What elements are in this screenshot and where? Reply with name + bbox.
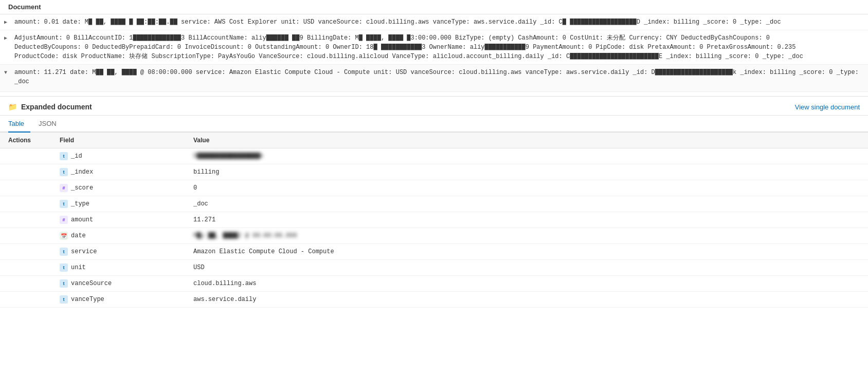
table-row: t_type_doc bbox=[0, 196, 868, 212]
table-row: 📅dateM█y ██, ████2 @ 08:00:00.000 bbox=[0, 228, 868, 244]
table-row: t_idD█████████████████k bbox=[0, 148, 868, 164]
table-row: tunitUSD bbox=[0, 260, 868, 276]
type-badge-3: t bbox=[60, 200, 68, 208]
field-name-9: vanceType bbox=[71, 296, 104, 303]
chevron-icon-1[interactable]: ▶ bbox=[4, 17, 14, 26]
table-header-row: Actions Field Value bbox=[0, 133, 868, 148]
field-name-1: _index bbox=[71, 168, 93, 176]
field-name-7: unit bbox=[71, 264, 86, 271]
value-cell-5: M█y ██, ████2 @ 08:00:00.000 bbox=[185, 228, 868, 244]
actions-cell-4 bbox=[0, 212, 51, 228]
value-cell-6: Amazon Elastic Compute Cloud - Compute bbox=[185, 244, 868, 260]
value-cell-3: _doc bbox=[185, 196, 868, 212]
value-cell-2: 0 bbox=[185, 180, 868, 196]
doc-content-1: amount: 0.01 date: M█ ██, ████ █ ██:██:█… bbox=[14, 17, 864, 27]
type-badge-1: t bbox=[60, 168, 68, 176]
type-badge-5: 📅 bbox=[60, 232, 68, 240]
document-header: Document bbox=[0, 0, 868, 14]
actions-cell-5 bbox=[0, 228, 51, 244]
actions-cell-3 bbox=[0, 196, 51, 212]
chevron-icon-3[interactable]: ▼ bbox=[4, 68, 14, 77]
tab-table[interactable]: Table bbox=[8, 116, 30, 133]
actions-cell-6 bbox=[0, 244, 51, 260]
col-header-value: Value bbox=[185, 133, 868, 148]
type-badge-0: t bbox=[60, 152, 68, 160]
actions-cell-1 bbox=[0, 164, 51, 180]
actions-cell-7 bbox=[0, 260, 51, 276]
value-cell-8: cloud.billing.aws bbox=[185, 276, 868, 292]
doc-row-2: ▶ AdjustAmount: 0 BillAccountID: 1██████… bbox=[0, 30, 868, 65]
field-cell-4: #amount bbox=[51, 212, 185, 228]
field-name-5: date bbox=[71, 232, 86, 239]
field-name-6: service bbox=[71, 248, 97, 255]
field-cell-2: #_score bbox=[51, 180, 185, 196]
tabs-bar: Table JSON bbox=[0, 116, 868, 133]
value-cell-1: billing bbox=[185, 164, 868, 180]
type-badge-9: t bbox=[60, 295, 68, 304]
table-row: tvanceTypeaws.service.daily bbox=[0, 292, 868, 308]
field-cell-5: 📅date bbox=[51, 228, 185, 244]
actions-cell-0 bbox=[0, 148, 51, 164]
tab-json[interactable]: JSON bbox=[39, 116, 63, 133]
field-name-4: amount bbox=[71, 216, 93, 223]
value-cell-9: aws.service.daily bbox=[185, 292, 868, 308]
table-row: tserviceAmazon Elastic Compute Cloud - C… bbox=[0, 244, 868, 260]
field-cell-7: tunit bbox=[51, 260, 185, 276]
expanded-document-table: Actions Field Value t_idD███████████████… bbox=[0, 133, 868, 308]
field-cell-8: tvanceSource bbox=[51, 276, 185, 292]
value-cell-0: D█████████████████k bbox=[185, 148, 868, 164]
doc-content-2: AdjustAmount: 0 BillAccountID: 1████████… bbox=[14, 33, 864, 61]
document-list-section: Document ▶ amount: 0.01 date: M█ ██, ███… bbox=[0, 0, 868, 97]
expanded-document-section: 📁 Expanded document View single document… bbox=[0, 97, 868, 308]
table-row: #_score0 bbox=[0, 180, 868, 196]
table-row: #amount11.271 bbox=[0, 212, 868, 228]
field-name-0: _id bbox=[71, 153, 82, 160]
field-cell-9: tvanceType bbox=[51, 292, 185, 308]
doc-row-3: ▼ amount: 11.271 date: M██ ██, ████ @ 08… bbox=[0, 65, 868, 92]
chevron-icon-2[interactable]: ▶ bbox=[4, 33, 14, 42]
type-badge-8: t bbox=[60, 279, 68, 288]
field-cell-0: t_id bbox=[51, 148, 185, 164]
doc-content-3: amount: 11.271 date: M██ ██, ████ @ 08:0… bbox=[14, 68, 864, 88]
actions-cell-9 bbox=[0, 292, 51, 308]
col-header-field: Field bbox=[51, 133, 185, 148]
field-name-3: _type bbox=[71, 200, 89, 208]
field-name-8: vanceSource bbox=[71, 280, 112, 287]
value-cell-7: USD bbox=[185, 260, 868, 276]
folder-icon: 📁 bbox=[8, 103, 17, 111]
type-badge-4: # bbox=[60, 216, 68, 224]
col-header-actions: Actions bbox=[0, 133, 51, 148]
view-single-document-link[interactable]: View single document bbox=[795, 103, 860, 111]
type-badge-2: # bbox=[60, 184, 68, 192]
expanded-document-header: 📁 Expanded document View single document bbox=[0, 97, 868, 116]
table-row: tvanceSourcecloud.billing.aws bbox=[0, 276, 868, 292]
type-badge-6: t bbox=[60, 248, 68, 256]
table-row: t_indexbilling bbox=[0, 164, 868, 180]
expanded-title: 📁 Expanded document bbox=[8, 103, 92, 111]
actions-cell-2 bbox=[0, 180, 51, 196]
field-cell-6: tservice bbox=[51, 244, 185, 260]
field-cell-1: t_index bbox=[51, 164, 185, 180]
field-cell-3: t_type bbox=[51, 196, 185, 212]
expanded-title-text: Expanded document bbox=[21, 103, 92, 111]
actions-cell-8 bbox=[0, 276, 51, 292]
doc-row-1: ▶ amount: 0.01 date: M█ ██, ████ █ ██:██… bbox=[0, 14, 868, 30]
field-name-2: _score bbox=[71, 184, 93, 192]
type-badge-7: t bbox=[60, 263, 68, 272]
value-cell-4: 11.271 bbox=[185, 212, 868, 228]
